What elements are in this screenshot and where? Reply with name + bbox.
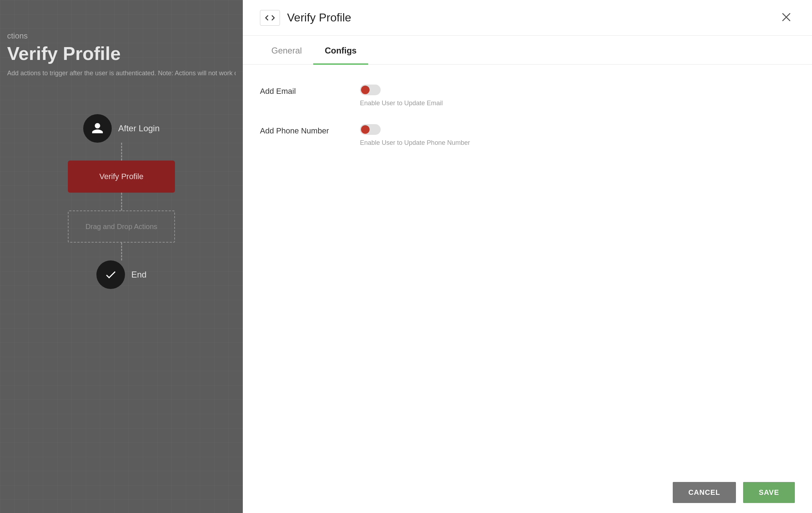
modal-header: Verify Profile	[243, 0, 812, 36]
bg-description: Add actions to trigger after the user is…	[7, 70, 236, 77]
after-login-node: After Login	[83, 114, 160, 143]
connector-2	[121, 193, 122, 210]
add-email-toggle[interactable]	[360, 85, 381, 95]
bg-breadcrumb: ctions	[7, 31, 27, 41]
add-phone-toggle-wrap	[360, 124, 470, 135]
end-label: End	[131, 270, 147, 280]
add-email-thumb	[361, 86, 370, 94]
add-email-track	[360, 85, 381, 95]
checkmark-icon	[104, 268, 117, 281]
add-phone-toggle[interactable]	[360, 124, 381, 135]
after-login-label: After Login	[118, 123, 160, 133]
connector-1	[121, 143, 122, 161]
add-phone-config-row: Add Phone Number Enable User to Update P…	[260, 124, 795, 147]
after-login-circle	[83, 114, 112, 143]
add-email-toggle-wrap	[360, 85, 443, 95]
modal-header-left: Verify Profile	[260, 10, 351, 26]
modal-panel: Verify Profile General Configs Add Email	[243, 0, 812, 513]
add-email-hint: Enable User to Update Email	[360, 100, 443, 107]
flow-diagram: After Login Verify Profile Drag and Drop…	[64, 114, 179, 289]
drag-drop-label: Drag and Drop Actions	[85, 223, 157, 231]
verify-profile-node: Verify Profile	[68, 161, 175, 193]
add-phone-label: Add Phone Number	[260, 124, 360, 136]
end-circle	[96, 260, 125, 289]
code-icon-button[interactable]	[260, 10, 280, 26]
save-button[interactable]: SAVE	[743, 482, 795, 503]
modal-body: Add Email Enable User to Update Email Ad…	[243, 65, 812, 472]
add-phone-hint: Enable User to Update Phone Number	[360, 139, 470, 147]
canvas-background: ctions Verify Profile Add actions to tri…	[0, 0, 243, 513]
connector-3	[121, 243, 122, 260]
add-phone-thumb	[361, 125, 370, 134]
modal-footer: CANCEL SAVE	[243, 472, 812, 513]
person-icon	[91, 122, 104, 135]
modal-title: Verify Profile	[287, 11, 351, 24]
verify-profile-label: Verify Profile	[99, 172, 144, 181]
code-icon	[265, 14, 275, 21]
add-phone-control: Enable User to Update Phone Number	[360, 124, 470, 147]
end-node: End	[96, 260, 147, 289]
add-phone-track	[360, 124, 381, 135]
cancel-button[interactable]: CANCEL	[673, 482, 736, 503]
close-button[interactable]	[778, 9, 795, 27]
add-email-label: Add Email	[260, 85, 360, 96]
drag-drop-node: Drag and Drop Actions	[68, 210, 175, 243]
close-icon	[781, 11, 792, 23]
tab-general[interactable]: General	[260, 36, 313, 65]
modal-tabs: General Configs	[243, 36, 812, 65]
tab-configs[interactable]: Configs	[313, 36, 368, 65]
bg-title: Verify Profile	[7, 43, 121, 64]
add-email-control: Enable User to Update Email	[360, 85, 443, 107]
add-email-config-row: Add Email Enable User to Update Email	[260, 85, 795, 107]
